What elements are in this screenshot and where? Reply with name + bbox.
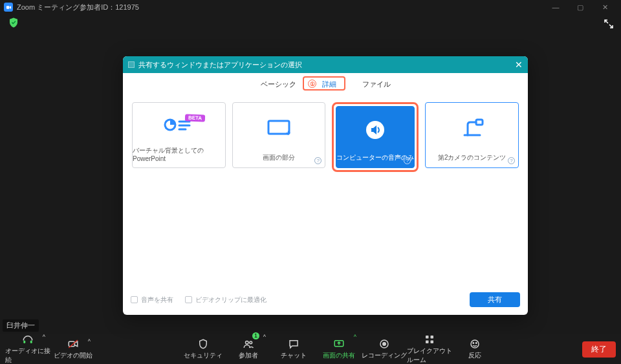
svg-rect-19: [431, 336, 434, 339]
checkbox-box-icon: [131, 296, 138, 303]
modal-close-button[interactable]: ✕: [515, 59, 523, 70]
toolbar-audio-button[interactable]: オーディオに接続 ^: [5, 334, 50, 364]
meeting-toolbar: オーディオに接続 ^ ビデオの開始 ^ セキュリティ 1 参加者 ^ チャット …: [0, 334, 621, 364]
end-meeting-button[interactable]: 終了: [582, 341, 616, 358]
toolbar-chat-button[interactable]: チャット: [271, 334, 316, 364]
window-title: Zoom ミーティング参加者ID：121975: [17, 3, 139, 12]
toolbar-label: オーディオに接続: [5, 347, 50, 364]
fullscreen-icon[interactable]: [604, 19, 613, 30]
window-close-button[interactable]: ✕: [593, 3, 617, 12]
share-option-vbg-powerpoint[interactable]: BETA バーチャル背景としてのPowerPoint: [132, 102, 226, 168]
svg-point-13: [246, 341, 249, 345]
toolbar-video-button[interactable]: ビデオの開始 ^: [50, 338, 96, 360]
svg-rect-21: [431, 341, 434, 344]
card-label: 第2カメラのコンテンツ: [438, 153, 507, 167]
participants-count-badge: 1: [252, 332, 259, 339]
chevron-up-icon[interactable]: ^: [354, 334, 356, 340]
toolbar-security-button[interactable]: セキュリティ: [180, 334, 226, 364]
share-option-second-camera[interactable]: 第2カメラのコンテンツ ?: [425, 102, 519, 168]
modal-footer: 音声を共有 ビデオクリップに最適化 共有: [123, 286, 528, 315]
card-label: バーチャル背景としてのPowerPoint: [133, 146, 225, 167]
toolbar-label: 参加者: [239, 351, 258, 360]
window-maximize-button[interactable]: ▢: [568, 3, 593, 12]
share-option-screen-portion[interactable]: + 画面の部分 ?: [232, 102, 326, 168]
svg-rect-10: [30, 341, 32, 344]
svg-point-24: [476, 343, 477, 344]
share-screen-modal: 共有するウィンドウまたはアプリケーションの選択 ✕ ベーシック 詳細 ファイル …: [123, 56, 528, 315]
svg-point-14: [250, 341, 252, 344]
presentation-vbg-icon: [162, 103, 195, 146]
toolbar-label: ビデオの開始: [54, 351, 93, 360]
toolbar-label: チャット: [281, 351, 307, 360]
info-icon[interactable]: ?: [314, 157, 321, 164]
toolbar-participants-button[interactable]: 1 参加者 ^: [226, 334, 271, 364]
zoom-logo-icon: [4, 3, 13, 12]
svg-rect-8: [476, 120, 483, 125]
toolbar-label: レコーディング: [362, 351, 407, 360]
modal-header: 共有するウィンドウまたはアプリケーションの選択 ✕: [123, 56, 528, 73]
toolbar-label: 反応: [468, 351, 481, 360]
share-option-computer-audio[interactable]: コンピューターの音声のみ ?: [336, 106, 415, 168]
toolbar-label: 画面の共有: [323, 351, 355, 360]
share-button[interactable]: 共有: [470, 292, 520, 307]
toolbar-breakout-button[interactable]: ブレイクアウトルーム: [407, 334, 452, 364]
tab-basic[interactable]: ベーシック: [248, 77, 309, 92]
svg-text:+: +: [286, 129, 290, 138]
checkbox-label: ビデオクリップに最適化: [195, 295, 267, 305]
annotation-highlight-tab: ①: [303, 76, 345, 91]
chevron-up-icon[interactable]: ^: [43, 334, 45, 340]
meeting-stage: 臼井伸一 共有するウィンドウまたはアプリケーションの選択 ✕ ベーシック 詳細 …: [0, 14, 621, 334]
speaker-icon: [364, 107, 386, 153]
checkbox-optimize-video[interactable]: ビデオクリップに最適化: [185, 295, 267, 305]
checkbox-share-audio[interactable]: 音声を共有: [131, 295, 173, 305]
svg-rect-18: [426, 336, 429, 339]
tab-file[interactable]: ファイル: [349, 77, 404, 92]
svg-rect-9: [23, 341, 25, 344]
toolbar-label: セキュリティ: [184, 351, 223, 360]
checkbox-box-icon: [185, 296, 192, 303]
modal-title: 共有するウィンドウまたはアプリケーションの選択: [138, 60, 302, 70]
share-tabs: ベーシック 詳細 ファイル ①: [123, 73, 528, 92]
chevron-up-icon[interactable]: ^: [263, 334, 266, 340]
card-label: コンピューターの音声のみ: [336, 153, 414, 167]
svg-point-23: [473, 343, 474, 344]
chevron-up-icon[interactable]: ^: [88, 338, 91, 345]
beta-badge: BETA: [185, 114, 206, 122]
encryption-shield-icon[interactable]: [8, 17, 19, 31]
toolbar-record-button[interactable]: レコーディング: [362, 334, 407, 364]
second-camera-icon: [458, 103, 486, 153]
svg-rect-20: [426, 341, 429, 344]
self-name-overlay: 臼井伸一: [3, 319, 39, 332]
modal-app-icon: [128, 61, 135, 68]
screen-portion-icon: +: [265, 103, 293, 153]
window-titlebar: Zoom ミーティング参加者ID：121975 — ▢ ✕: [0, 0, 621, 14]
annotation-highlight-card: コンピューターの音声のみ ?: [332, 102, 419, 172]
annotation-number-1: ①: [308, 80, 316, 88]
toolbar-share-screen-button[interactable]: 画面の共有 ^: [316, 334, 362, 364]
checkbox-label: 音声を共有: [141, 295, 173, 305]
svg-point-17: [383, 343, 386, 346]
card-label: 画面の部分: [263, 153, 295, 167]
toolbar-label: ブレイクアウトルーム: [407, 347, 452, 364]
info-icon[interactable]: ?: [508, 157, 515, 164]
svg-rect-0: [6, 6, 9, 9]
window-minimize-button[interactable]: —: [543, 3, 568, 12]
toolbar-reactions-button[interactable]: 反応: [452, 334, 497, 364]
svg-point-22: [471, 340, 479, 348]
